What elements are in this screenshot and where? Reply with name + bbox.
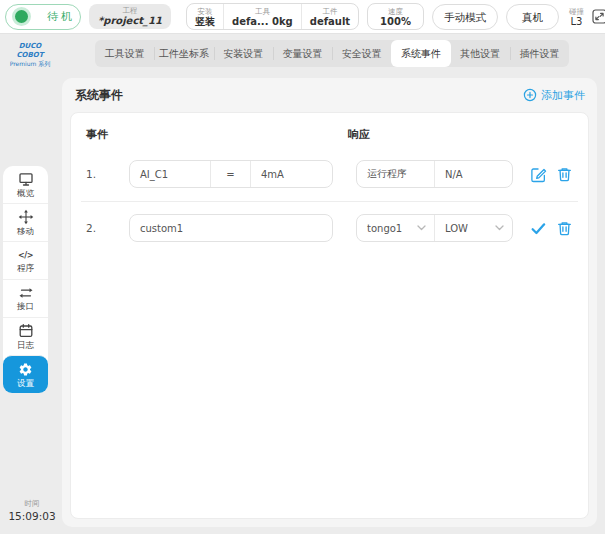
plus-circle-icon	[523, 88, 537, 102]
page-title: 系统事件	[75, 87, 123, 104]
robot-status-toggle[interactable]: 待机	[5, 4, 81, 30]
logo-line2: Premium 系列	[4, 60, 56, 68]
sidebar-item-move[interactable]: 移动	[3, 203, 48, 241]
expand-icon	[592, 9, 605, 24]
system-time: 时间 15:09:03	[6, 499, 58, 522]
response-group: 运行程序 N/A	[356, 160, 513, 188]
time-value: 15:09:03	[6, 510, 58, 522]
trash-icon[interactable]	[556, 166, 573, 183]
response-type-field[interactable]: 运行程序	[357, 161, 434, 187]
brand-logo: DUCO COBOT Premium 系列	[4, 42, 56, 68]
workpiece-value: default	[310, 16, 350, 27]
safety-check[interactable]: 安全校验 7d18	[592, 7, 605, 27]
tab-workpiece-coord[interactable]: 工件坐标系	[154, 40, 213, 67]
chevron-down-icon	[495, 225, 504, 231]
sidebar-item-label: 概览	[17, 189, 34, 198]
response-level-value: LOW	[445, 223, 468, 234]
top-bar: 待机 工程 *project_11 安装 竖装 工具 defa... 0kg 工…	[0, 0, 605, 34]
event-operator-field[interactable]: =	[210, 161, 250, 187]
tool-label: 工具	[232, 7, 293, 16]
app-window: 待机 工程 *project_11 安装 竖装 工具 defa... 0kg 工…	[0, 0, 605, 534]
table-row: 1. AI_C1 = 4mA 运行程序 N/A	[81, 148, 578, 202]
sidebar-item-label: 移动	[17, 227, 34, 236]
tab-safety-settings[interactable]: 安全设置	[332, 40, 391, 67]
speed-control[interactable]: 速度 100%	[367, 3, 424, 30]
response-signal-value: tongo1	[367, 223, 402, 234]
sidebar-item-log[interactable]: 日志	[3, 317, 48, 355]
tool-config[interactable]: 工具 defa... 0kg	[223, 4, 301, 29]
sidebar-nav: 概览 移动 </> 程序 接口	[3, 166, 48, 393]
calendar-icon	[18, 323, 34, 339]
real-machine-button[interactable]: 真机	[506, 4, 559, 30]
sidebar-item-label: 日志	[17, 341, 34, 350]
logo-line1: DUCO COBOT	[4, 42, 56, 60]
tab-system-events[interactable]: 系统事件	[391, 40, 450, 67]
tool-value: defa... 0kg	[232, 16, 293, 27]
table-row: 2. custom1 tongo1 LOW	[81, 202, 578, 255]
workpiece-config[interactable]: 工件 default	[301, 4, 358, 29]
collision-indicator: 碰撞 L3	[569, 7, 584, 27]
install-config[interactable]: 安装 竖装	[187, 4, 223, 29]
event-signal-field[interactable]: AI_C1	[130, 161, 210, 187]
manual-mode-button[interactable]: 手动模式	[432, 4, 498, 30]
event-name-input-group: custom1	[129, 214, 333, 242]
move-icon	[18, 209, 34, 225]
swap-icon	[18, 286, 34, 300]
sidebar-item-program[interactable]: </> 程序	[3, 241, 48, 279]
settings-tab-bar: 工具设置 工件坐标系 安装设置 变量设置 安全设置 系统事件 其他设置 插件设置	[95, 40, 569, 67]
project-name: *project_11	[98, 15, 162, 27]
column-event: 事件	[86, 127, 348, 142]
collision-value: L3	[569, 16, 584, 27]
monitor-icon	[18, 171, 34, 187]
gear-icon	[18, 362, 33, 377]
events-table-card: 事件 响应 1. AI_C1 = 4mA 运行程序 N/A	[70, 112, 589, 519]
project-button[interactable]: 工程 *project_11	[89, 4, 171, 29]
time-label: 时间	[6, 499, 58, 508]
response-value-field[interactable]: N/A	[434, 161, 512, 187]
tab-plugin-settings[interactable]: 插件设置	[510, 40, 569, 67]
add-event-label: 添加事件	[541, 88, 585, 103]
system-events-panel: 系统事件 添加事件 事件 响应 1. AI_C1 =	[62, 78, 597, 527]
column-response: 响应	[348, 127, 370, 142]
sidebar-item-interface[interactable]: 接口	[3, 279, 48, 317]
edit-icon[interactable]	[530, 166, 547, 183]
event-condition-group: AI_C1 = 4mA	[129, 160, 333, 188]
check-icon[interactable]	[530, 220, 547, 237]
collision-label: 碰撞	[569, 7, 584, 16]
row-actions	[530, 166, 573, 183]
code-icon: </>	[18, 249, 33, 262]
row-index: 1.	[86, 168, 129, 180]
response-signal-select[interactable]: tongo1	[357, 215, 434, 241]
sidebar-item-label: 程序	[17, 264, 34, 273]
event-value-field[interactable]: 4mA	[250, 161, 332, 187]
tab-tool-settings[interactable]: 工具设置	[95, 40, 154, 67]
sidebar-item-settings[interactable]: 设置	[3, 355, 48, 393]
sidebar-item-label: 接口	[17, 302, 34, 311]
row-index: 2.	[86, 222, 129, 234]
config-group: 安装 竖装 工具 defa... 0kg 工件 default	[186, 3, 359, 30]
speed-value: 100%	[380, 16, 411, 27]
install-label: 安装	[195, 7, 215, 16]
workpiece-label: 工件	[310, 7, 350, 16]
speed-label: 速度	[380, 7, 411, 16]
tab-install-settings[interactable]: 安装设置	[214, 40, 273, 67]
chevron-down-icon	[417, 225, 426, 231]
trash-icon[interactable]	[556, 220, 573, 237]
install-value: 竖装	[195, 16, 215, 27]
event-name-input[interactable]: custom1	[130, 215, 332, 241]
table-header: 事件 响应	[71, 113, 588, 148]
tab-other-settings[interactable]: 其他设置	[451, 40, 510, 67]
project-label: 工程	[98, 6, 162, 15]
row-actions	[530, 220, 573, 237]
sidebar-item-label: 设置	[17, 379, 34, 388]
status-label: 待机	[47, 9, 75, 24]
tab-variable-settings[interactable]: 变量设置	[273, 40, 332, 67]
response-level-select[interactable]: LOW	[434, 215, 512, 241]
panel-header: 系统事件 添加事件	[62, 78, 597, 112]
status-dot-icon	[12, 7, 31, 26]
response-select-group: tongo1 LOW	[356, 214, 513, 242]
add-event-button[interactable]: 添加事件	[523, 88, 585, 103]
sidebar-item-overview[interactable]: 概览	[3, 166, 48, 203]
